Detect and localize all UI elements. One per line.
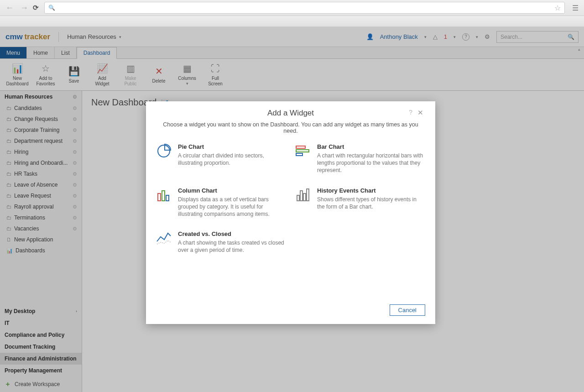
history-chart-icon [295, 187, 311, 203]
svg-rect-7 [297, 195, 299, 201]
pie-chart-icon [156, 143, 172, 159]
widget-option-bar[interactable]: Bar ChartA chart with rectangular horizo… [295, 143, 425, 174]
widget-option-pie[interactable]: Pie ChartA circular chart divided into s… [156, 143, 286, 174]
line-chart-icon [156, 230, 172, 246]
add-widget-modal: Add a Widget ? ✕ Choose a widget you wan… [146, 101, 435, 324]
bookmark-star-icon[interactable]: ☆ [554, 4, 561, 12]
widget-option-column[interactable]: Column ChartDisplays data as a set of ve… [156, 187, 286, 218]
svg-rect-4 [158, 193, 161, 201]
browser-secondary-bar [0, 16, 584, 27]
modal-title: Add a Widget [267, 109, 314, 117]
help-icon[interactable]: ? [409, 109, 412, 116]
svg-rect-6 [166, 195, 169, 201]
svg-rect-1 [296, 146, 305, 148]
forward-icon[interactable]: → [18, 3, 30, 13]
back-icon[interactable]: ← [4, 3, 16, 13]
search-icon: 🔍 [48, 5, 55, 11]
cancel-button[interactable]: Cancel [390, 304, 425, 316]
reload-icon[interactable]: ⟳ [33, 4, 39, 12]
svg-rect-2 [296, 150, 309, 152]
svg-rect-8 [300, 191, 302, 201]
svg-rect-3 [296, 153, 302, 156]
svg-point-0 [158, 145, 170, 157]
svg-rect-10 [307, 189, 309, 201]
modal-description: Choose a widget you want to show on the … [156, 121, 425, 134]
column-chart-icon [156, 187, 172, 203]
widget-option-created-vs-closed[interactable]: Created vs. ClosedA chart showing the ta… [156, 230, 286, 254]
svg-rect-9 [303, 193, 306, 201]
widget-option-history[interactable]: History Events ChartShows different type… [295, 187, 425, 218]
bar-chart-icon [295, 143, 311, 159]
browser-toolbar: ← → ⟳ 🔍 ☆ ☰ [0, 0, 584, 16]
svg-rect-5 [162, 191, 165, 201]
hamburger-icon[interactable]: ☰ [570, 4, 580, 12]
close-icon[interactable]: ✕ [417, 109, 423, 117]
url-bar[interactable]: 🔍 ☆ [44, 2, 565, 14]
